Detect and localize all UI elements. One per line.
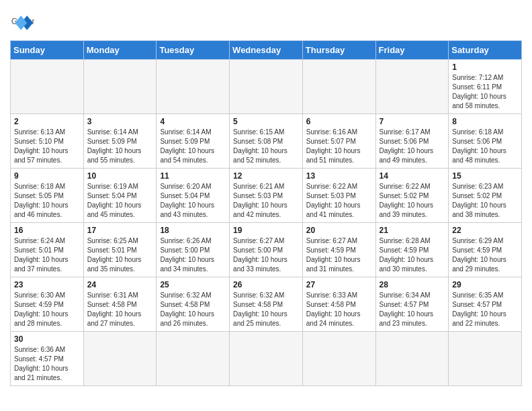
calendar-cell: 26Sunrise: 6:32 AM Sunset: 4:58 PM Dayli…	[230, 277, 303, 332]
logo-icon: General	[10, 11, 34, 35]
calendar-week-row: 9Sunrise: 6:18 AM Sunset: 5:05 PM Daylig…	[11, 169, 522, 223]
calendar-cell	[302, 332, 375, 386]
day-number: 17	[87, 226, 153, 235]
day-info: Sunrise: 6:17 AM Sunset: 5:06 PM Dayligh…	[380, 128, 445, 165]
header-saturday: Saturday	[449, 41, 522, 60]
calendar-cell: 11Sunrise: 6:20 AM Sunset: 5:04 PM Dayli…	[157, 169, 230, 223]
calendar-cell: 7Sunrise: 6:17 AM Sunset: 5:06 PM Daylig…	[375, 114, 449, 169]
header-sunday: Sunday	[11, 41, 84, 60]
calendar-cell	[375, 60, 449, 114]
calendar-cell: 27Sunrise: 6:33 AM Sunset: 4:58 PM Dayli…	[302, 277, 375, 332]
calendar-cell: 18Sunrise: 6:26 AM Sunset: 5:00 PM Dayli…	[157, 223, 230, 277]
day-info: Sunrise: 6:22 AM Sunset: 5:02 PM Dayligh…	[380, 182, 445, 220]
day-number: 11	[160, 171, 226, 181]
page: General Sunday Monday Tuesday Wednesday …	[0, 0, 532, 396]
day-info: Sunrise: 6:34 AM Sunset: 4:57 PM Dayligh…	[380, 291, 445, 328]
day-number: 19	[233, 226, 299, 235]
day-info: Sunrise: 6:18 AM Sunset: 5:05 PM Dayligh…	[14, 182, 80, 220]
day-number: 15	[452, 171, 518, 181]
calendar-cell: 24Sunrise: 6:31 AM Sunset: 4:58 PM Dayli…	[83, 277, 157, 332]
day-info: Sunrise: 6:31 AM Sunset: 4:58 PM Dayligh…	[87, 291, 153, 328]
calendar-cell: 13Sunrise: 6:22 AM Sunset: 5:03 PM Dayli…	[302, 169, 375, 223]
calendar-week-row: 2Sunrise: 6:13 AM Sunset: 5:10 PM Daylig…	[11, 114, 522, 169]
day-number: 3	[87, 117, 153, 126]
day-number: 5	[233, 117, 299, 126]
calendar-cell: 8Sunrise: 6:18 AM Sunset: 5:06 PM Daylig…	[449, 114, 522, 169]
day-info: Sunrise: 6:35 AM Sunset: 4:57 PM Dayligh…	[452, 291, 518, 328]
day-info: Sunrise: 6:27 AM Sunset: 5:00 PM Dayligh…	[233, 236, 299, 274]
day-number: 24	[87, 280, 153, 289]
calendar-cell: 4Sunrise: 6:14 AM Sunset: 5:09 PM Daylig…	[157, 114, 230, 169]
logo: General	[10, 11, 38, 35]
calendar-cell	[230, 332, 303, 386]
calendar-cell: 15Sunrise: 6:23 AM Sunset: 5:02 PM Dayli…	[449, 169, 522, 223]
day-info: Sunrise: 6:36 AM Sunset: 4:57 PM Dayligh…	[14, 345, 80, 383]
day-info: Sunrise: 6:15 AM Sunset: 5:08 PM Dayligh…	[233, 128, 299, 165]
day-number: 7	[380, 117, 445, 126]
header-tuesday: Tuesday	[157, 41, 230, 60]
day-info: Sunrise: 6:24 AM Sunset: 5:01 PM Dayligh…	[14, 236, 80, 274]
calendar-cell: 17Sunrise: 6:25 AM Sunset: 5:01 PM Dayli…	[83, 223, 157, 277]
day-info: Sunrise: 6:32 AM Sunset: 4:58 PM Dayligh…	[233, 291, 299, 328]
calendar-week-row: 30Sunrise: 6:36 AM Sunset: 4:57 PM Dayli…	[11, 332, 522, 386]
calendar-cell	[157, 60, 230, 114]
day-number: 26	[233, 280, 299, 289]
calendar-cell: 3Sunrise: 6:14 AM Sunset: 5:09 PM Daylig…	[83, 114, 157, 169]
day-number: 28	[380, 280, 445, 289]
day-info: Sunrise: 6:23 AM Sunset: 5:02 PM Dayligh…	[452, 182, 518, 220]
weekday-header-row: Sunday Monday Tuesday Wednesday Thursday…	[11, 41, 522, 60]
day-number: 2	[14, 117, 80, 126]
calendar-cell: 2Sunrise: 6:13 AM Sunset: 5:10 PM Daylig…	[11, 114, 84, 169]
day-info: Sunrise: 6:20 AM Sunset: 5:04 PM Dayligh…	[160, 182, 226, 220]
calendar-week-row: 16Sunrise: 6:24 AM Sunset: 5:01 PM Dayli…	[11, 223, 522, 277]
day-number: 1	[452, 62, 518, 72]
calendar-cell: 28Sunrise: 6:34 AM Sunset: 4:57 PM Dayli…	[375, 277, 449, 332]
header-monday: Monday	[83, 41, 157, 60]
day-number: 25	[160, 280, 226, 289]
day-info: Sunrise: 6:19 AM Sunset: 5:04 PM Dayligh…	[87, 182, 153, 220]
calendar-cell: 19Sunrise: 6:27 AM Sunset: 5:00 PM Dayli…	[230, 223, 303, 277]
calendar-cell: 12Sunrise: 6:21 AM Sunset: 5:03 PM Dayli…	[230, 169, 303, 223]
calendar-cell	[157, 332, 230, 386]
calendar-cell	[83, 60, 157, 114]
day-number: 8	[452, 117, 518, 126]
calendar-cell: 21Sunrise: 6:28 AM Sunset: 4:59 PM Dayli…	[375, 223, 449, 277]
day-info: Sunrise: 6:21 AM Sunset: 5:03 PM Dayligh…	[233, 182, 299, 220]
day-info: Sunrise: 6:30 AM Sunset: 4:59 PM Dayligh…	[14, 291, 80, 328]
day-number: 27	[306, 280, 372, 289]
day-number: 22	[452, 226, 518, 235]
day-info: Sunrise: 7:12 AM Sunset: 6:11 PM Dayligh…	[452, 73, 518, 111]
day-info: Sunrise: 6:14 AM Sunset: 5:09 PM Dayligh…	[160, 128, 226, 165]
calendar-cell: 1Sunrise: 7:12 AM Sunset: 6:11 PM Daylig…	[449, 60, 522, 114]
calendar-cell: 29Sunrise: 6:35 AM Sunset: 4:57 PM Dayli…	[449, 277, 522, 332]
calendar-cell	[449, 332, 522, 386]
calendar-cell: 6Sunrise: 6:16 AM Sunset: 5:07 PM Daylig…	[302, 114, 375, 169]
day-info: Sunrise: 6:28 AM Sunset: 4:59 PM Dayligh…	[380, 236, 445, 274]
calendar-cell	[83, 332, 157, 386]
calendar-cell	[302, 60, 375, 114]
calendar-cell	[375, 332, 449, 386]
calendar-cell	[230, 60, 303, 114]
day-number: 16	[14, 226, 80, 235]
day-number: 4	[160, 117, 226, 126]
day-info: Sunrise: 6:27 AM Sunset: 4:59 PM Dayligh…	[306, 236, 372, 274]
calendar-cell	[11, 60, 84, 114]
day-info: Sunrise: 6:33 AM Sunset: 4:58 PM Dayligh…	[306, 291, 372, 328]
day-info: Sunrise: 6:32 AM Sunset: 4:58 PM Dayligh…	[160, 291, 226, 328]
day-number: 12	[233, 171, 299, 181]
header-thursday: Thursday	[302, 41, 375, 60]
calendar-cell: 30Sunrise: 6:36 AM Sunset: 4:57 PM Dayli…	[11, 332, 84, 386]
day-info: Sunrise: 6:26 AM Sunset: 5:00 PM Dayligh…	[160, 236, 226, 274]
calendar-cell: 16Sunrise: 6:24 AM Sunset: 5:01 PM Dayli…	[11, 223, 84, 277]
day-info: Sunrise: 6:13 AM Sunset: 5:10 PM Dayligh…	[14, 128, 80, 165]
day-number: 13	[306, 171, 372, 181]
calendar-cell: 20Sunrise: 6:27 AM Sunset: 4:59 PM Dayli…	[302, 223, 375, 277]
day-number: 30	[14, 334, 80, 344]
day-info: Sunrise: 6:16 AM Sunset: 5:07 PM Dayligh…	[306, 128, 372, 165]
day-info: Sunrise: 6:18 AM Sunset: 5:06 PM Dayligh…	[452, 128, 518, 165]
day-number: 29	[452, 280, 518, 289]
day-info: Sunrise: 6:22 AM Sunset: 5:03 PM Dayligh…	[306, 182, 372, 220]
day-number: 21	[380, 226, 445, 235]
header: General	[10, 7, 522, 35]
calendar-week-row: 1Sunrise: 7:12 AM Sunset: 6:11 PM Daylig…	[11, 60, 522, 114]
